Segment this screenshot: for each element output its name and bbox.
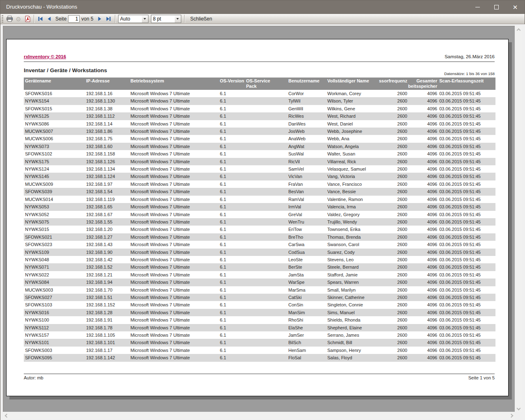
scroll-left-button[interactable] xyxy=(3,412,10,419)
prozessorfrequenz-cell: 2600 xyxy=(374,309,407,316)
close-preview-button[interactable]: Schließen xyxy=(186,15,216,23)
ip-adresse-cell: 192.168.1.105 xyxy=(85,331,129,339)
scan-erfassungszeit-cell: 03.06.2015 09:51:45 xyxy=(438,112,495,120)
previous-page-button[interactable] xyxy=(45,14,54,23)
vollstaendiger-name-cell: Townsend, Erika xyxy=(326,226,374,233)
table-row: NYWKS073192.168.1.60Microsoft Windows 7 … xyxy=(24,143,495,150)
scan-erfassungszeit-cell: 03.06.2015 09:51:45 xyxy=(438,331,495,339)
os-service-pack-cell xyxy=(245,180,287,188)
vollstaendiger-name-cell: Valdez, Gregory xyxy=(326,211,374,218)
font-size-dropdown-button[interactable] xyxy=(175,15,181,23)
toolbar: ⚙ Seite von 5 xyxy=(0,14,525,24)
scan-erfassungszeit-cell: 03.06.2015 09:51:45 xyxy=(438,120,495,128)
os-version-cell: 6.1 xyxy=(219,218,245,226)
ip-adresse-cell: 192.168.1.65 xyxy=(85,203,129,210)
table-row: SFOWKS016192.168.1.16Microsoft Windows 7… xyxy=(24,90,495,97)
settings-button[interactable]: ⚙ xyxy=(14,14,23,23)
next-page-button[interactable] xyxy=(95,14,104,23)
scroll-down-button[interactable] xyxy=(515,404,522,412)
ip-adresse-cell: 192.168.1.17 xyxy=(85,347,129,354)
ip-adresse-cell: 192.168.1.97 xyxy=(85,180,129,188)
vollstaendiger-name-cell: Workman, Corey xyxy=(326,90,374,97)
minimize-button[interactable] xyxy=(468,0,487,14)
table-row: MUCWKS009192.168.1.97Microsoft Windows 7… xyxy=(24,180,495,188)
scroll-up-button[interactable] xyxy=(515,26,522,33)
table-row: NYWKS048192.168.1.42Microsoft Windows 7 … xyxy=(24,256,495,263)
zoom-dropdown-button[interactable] xyxy=(142,15,148,23)
vollstaendiger-name-cell: Valentine, Ramon xyxy=(326,196,374,203)
os-version-cell: 6.1 xyxy=(219,309,245,316)
geraetename-cell: SFOWKS103 xyxy=(24,301,85,308)
zoom-select[interactable]: Auto xyxy=(118,15,148,23)
vollstaendiger-name-cell: Suarez, Cody xyxy=(326,249,374,256)
prozessorfrequenz-cell: 2600 xyxy=(374,324,407,331)
scan-erfassungszeit-cell: 03.06.2015 09:51:45 xyxy=(438,211,495,218)
os-version-cell: 6.1 xyxy=(219,143,245,150)
last-page-button[interactable] xyxy=(104,14,113,23)
geraetename-cell: NYWKS112 xyxy=(24,324,85,331)
geraetename-cell: NYWKS124 xyxy=(24,165,85,173)
toolbar-grip[interactable] xyxy=(2,15,3,23)
os-service-pack-cell xyxy=(245,143,287,150)
vertical-scrollbar[interactable] xyxy=(515,26,522,412)
arbeitsspeicher-cell: 4096 xyxy=(407,158,438,165)
os-service-pack-cell xyxy=(245,286,287,294)
benutzername-cell: BilSch xyxy=(287,339,326,346)
arbeitsspeicher-cell: 4096 xyxy=(407,249,438,256)
title-bar[interactable]: Druckvorschau - Workstations ✕ xyxy=(0,0,525,14)
os-version-cell: 6.1 xyxy=(219,256,245,263)
horizontal-scrollbar[interactable] xyxy=(3,412,515,419)
scroll-right-button[interactable] xyxy=(507,412,515,419)
prozessorfrequenz-cell: 2600 xyxy=(374,173,407,180)
betriebssystem-cell: Microsoft Windows 7 Ultimate xyxy=(129,97,219,105)
arbeitsspeicher-cell: 4096 xyxy=(407,347,438,354)
vollstaendiger-name-cell: West, Daniel xyxy=(326,120,374,128)
os-service-pack-cell xyxy=(245,301,287,308)
benutzername-cell: WarSpe xyxy=(287,278,326,286)
geraetename-cell: SFOWKS102 xyxy=(24,150,85,158)
os-service-pack-cell xyxy=(245,90,287,97)
report-page: rxInventory © 2016 Samstag, 26.März 2016… xyxy=(6,39,509,396)
font-size-select[interactable]: 8 pt xyxy=(151,15,181,23)
maximize-button[interactable] xyxy=(487,0,506,14)
benutzername-cell: JamSer xyxy=(287,331,326,339)
os-version-cell: 6.1 xyxy=(219,203,245,210)
ip-adresse-cell: 192.168.1.54 xyxy=(85,188,129,195)
benutzername-cell: BerSte xyxy=(287,263,326,271)
ip-adresse-cell: 192.168.1.43 xyxy=(85,241,129,248)
scan-erfassungszeit-cell: 03.06.2015 09:51:45 xyxy=(438,158,495,165)
print-button[interactable] xyxy=(5,14,14,23)
page-number-input[interactable] xyxy=(68,15,80,23)
geraetename-cell: NYWKS175 xyxy=(24,158,85,165)
window-title: Druckvorschau - Workstations xyxy=(6,4,77,10)
first-page-button[interactable] xyxy=(36,14,45,23)
maximize-icon xyxy=(494,5,499,9)
arbeitsspeicher-cell: 4096 xyxy=(407,324,438,331)
benutzername-cell: GreVal xyxy=(287,211,326,218)
benutzername-cell: JosWeb xyxy=(287,128,326,135)
os-version-cell: 6.1 xyxy=(219,347,245,354)
geraetename-cell: SFOWKS015 xyxy=(24,105,85,112)
close-button[interactable]: ✕ xyxy=(506,0,525,14)
export-pdf-button[interactable] xyxy=(23,14,32,23)
arbeitsspeicher-cell: 4096 xyxy=(407,105,438,112)
os-service-pack-cell xyxy=(245,263,287,271)
column-header-scan-erfassungszeit: Scan-Erfassungszeit xyxy=(438,78,495,90)
os-service-pack-cell xyxy=(245,226,287,233)
geraetename-cell: MUCWKS009 xyxy=(24,180,85,188)
os-version-cell: 6.1 xyxy=(219,263,245,271)
geraetename-cell: SFOWKS021 xyxy=(24,233,85,241)
os-version-cell: 6.1 xyxy=(219,173,245,180)
os-service-pack-cell xyxy=(245,188,287,195)
geraetename-cell: NYWKS016 xyxy=(24,309,85,316)
os-service-pack-cell xyxy=(245,316,287,324)
geraetename-cell: SFOWKS016 xyxy=(24,90,85,97)
benutzername-cell: SusWal xyxy=(287,150,326,158)
table-row: MUCWKS003192.168.1.70Microsoft Windows 7… xyxy=(24,286,495,294)
os-version-cell: 6.1 xyxy=(219,158,245,165)
vollstaendiger-name-cell: Sims, Manuel xyxy=(326,309,374,316)
benutzername-cell: CorWor xyxy=(287,90,326,97)
prozessorfrequenz-cell: 2600 xyxy=(374,180,407,188)
prozessorfrequenz-cell: 2600 xyxy=(374,165,407,173)
vollstaendiger-name-cell: Velasquez, Samuel xyxy=(326,165,374,173)
